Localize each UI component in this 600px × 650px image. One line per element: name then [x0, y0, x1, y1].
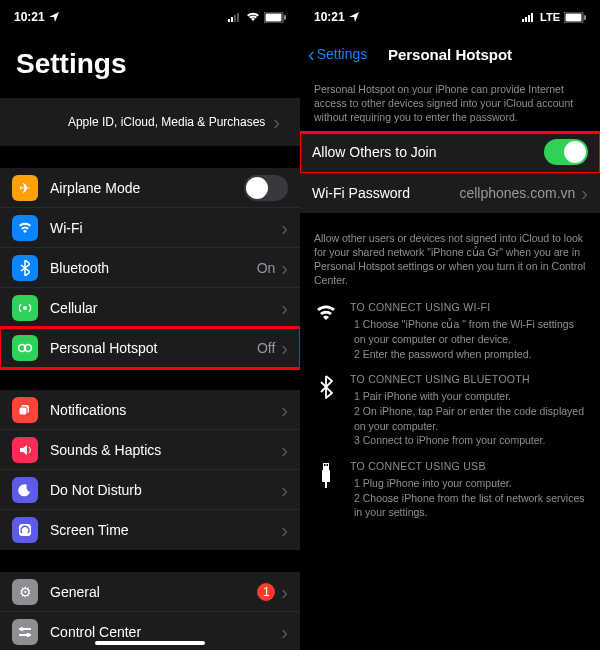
chevron-right-icon: › [281, 258, 288, 278]
airplane-switch[interactable] [244, 175, 288, 201]
notifications-row[interactable]: Notifications › [0, 390, 300, 430]
notifications-label: Notifications [50, 402, 281, 418]
svg-rect-1 [231, 17, 233, 22]
svg-rect-23 [566, 13, 582, 21]
location-icon [49, 12, 59, 22]
svg-rect-28 [322, 470, 330, 482]
chevron-right-icon: › [581, 183, 588, 203]
connect-wifi-section: TO CONNECT USING WI-FI 1 Choose "iPhone … [300, 295, 600, 367]
personal-hotspot-row[interactable]: Personal Hotspot Off › [0, 328, 300, 368]
location-icon [349, 12, 359, 22]
svg-rect-3 [237, 13, 239, 22]
battery-icon [564, 12, 586, 23]
apple-id-row[interactable]: Apple ID, iCloud, Media & Purchases › [0, 98, 300, 146]
screentime-row[interactable]: Screen Time › [0, 510, 300, 550]
bluetooth-label: Bluetooth [50, 260, 257, 276]
connect-usb-step2: 2 Choose iPhone from the list of network… [350, 491, 586, 520]
wifi-icon [12, 215, 38, 241]
chevron-right-icon: › [281, 582, 288, 602]
svg-rect-26 [324, 464, 326, 466]
chevron-right-icon: › [281, 480, 288, 500]
back-button[interactable]: ‹ Settings [308, 43, 367, 66]
hotspot-screen: 10:21 LTE ‹ Settings Personal Hotspot [300, 0, 600, 650]
home-indicator[interactable] [95, 641, 205, 645]
screentime-icon [12, 517, 38, 543]
chevron-right-icon: › [281, 338, 288, 358]
svg-rect-18 [522, 19, 524, 22]
wifi-status-icon [246, 12, 260, 22]
signal-icon [228, 12, 242, 22]
chevron-right-icon: › [281, 400, 288, 420]
settings-screen: 10:21 Settings Apple ID, iCloud, [0, 0, 300, 650]
allow-others-row[interactable]: Allow Others to Join [300, 133, 600, 173]
chevron-right-icon: › [281, 440, 288, 460]
airplane-label: Airplane Mode [50, 180, 244, 196]
connect-bt-section: TO CONNECT USING BLUETOOTH 1 Pair iPhone… [300, 367, 600, 454]
cellular-row[interactable]: Cellular › [0, 288, 300, 328]
status-time: 10:21 [314, 10, 345, 24]
svg-rect-11 [19, 407, 27, 415]
bluetooth-value: On [257, 260, 276, 276]
sounds-row[interactable]: Sounds & Haptics › [0, 430, 300, 470]
svg-rect-20 [528, 15, 530, 22]
hotspot-intro: Personal Hotspot on your iPhone can prov… [300, 74, 600, 133]
connect-wifi-title: TO CONNECT USING WI-FI [350, 301, 586, 313]
chevron-right-icon: › [281, 520, 288, 540]
svg-rect-19 [525, 17, 527, 22]
sounds-label: Sounds & Haptics [50, 442, 281, 458]
allow-others-desc: Allow other users or devices not signed … [300, 223, 600, 296]
chevron-right-icon: › [273, 112, 280, 132]
signal-icon [522, 12, 536, 22]
svg-rect-2 [234, 15, 236, 22]
battery-icon [264, 12, 286, 23]
connect-usb-title: TO CONNECT USING USB [350, 460, 586, 472]
status-bar: 10:21 [0, 0, 300, 34]
dnd-row[interactable]: Do Not Disturb › [0, 470, 300, 510]
hotspot-value: Off [257, 340, 275, 356]
allow-others-label: Allow Others to Join [312, 144, 544, 160]
connect-usb-section: TO CONNECT USING USB 1 Plug iPhone into … [300, 454, 600, 526]
svg-rect-24 [584, 15, 586, 20]
nav-bar: ‹ Settings Personal Hotspot [300, 34, 600, 74]
general-row[interactable]: ⚙︎ General 1 › [0, 572, 300, 612]
wifi-password-row[interactable]: Wi-Fi Password cellphones.com.vn › [300, 173, 600, 213]
connect-bt-step1: 1 Pair iPhone with your computer. [350, 389, 586, 404]
chevron-right-icon: › [281, 218, 288, 238]
dnd-icon [12, 477, 38, 503]
cellular-label: Cellular [50, 300, 281, 316]
wifi-row[interactable]: Wi-Fi › [0, 208, 300, 248]
svg-rect-25 [323, 463, 329, 470]
connect-wifi-step1: 1 Choose "iPhone của " from the Wi-Fi se… [350, 317, 586, 346]
svg-rect-0 [228, 19, 230, 22]
chevron-left-icon: ‹ [308, 43, 315, 66]
control-center-icon [12, 619, 38, 645]
connect-wifi-step2: 2 Enter the password when prompted. [350, 347, 586, 362]
screentime-label: Screen Time [50, 522, 281, 538]
lte-label: LTE [540, 11, 560, 23]
wifi-icon [314, 301, 338, 361]
back-label: Settings [317, 46, 368, 62]
cellular-icon [12, 295, 38, 321]
general-badge: 1 [257, 583, 275, 601]
airplane-mode-row[interactable]: ✈︎ Airplane Mode [0, 168, 300, 208]
wifi-label: Wi-Fi [50, 220, 281, 236]
dnd-label: Do Not Disturb [50, 482, 281, 498]
wifi-password-value: cellphones.com.vn [459, 185, 575, 201]
svg-rect-6 [284, 15, 286, 20]
bluetooth-row[interactable]: Bluetooth On › [0, 248, 300, 288]
page-title: Settings [0, 34, 300, 94]
general-label: General [50, 584, 257, 600]
svg-rect-5 [266, 13, 282, 21]
usb-icon [314, 460, 338, 520]
gear-icon: ⚙︎ [12, 579, 38, 605]
hotspot-label: Personal Hotspot [50, 340, 257, 356]
chevron-right-icon: › [281, 622, 288, 642]
svg-rect-21 [531, 13, 533, 22]
connect-bt-step3: 3 Connect to iPhone from your computer. [350, 433, 586, 448]
svg-point-15 [20, 627, 24, 631]
apple-id-label: Apple ID, iCloud, Media & Purchases [60, 115, 273, 129]
sounds-icon [12, 437, 38, 463]
wifi-password-label: Wi-Fi Password [312, 185, 459, 201]
allow-others-switch[interactable] [544, 139, 588, 165]
svg-point-7 [23, 306, 27, 310]
